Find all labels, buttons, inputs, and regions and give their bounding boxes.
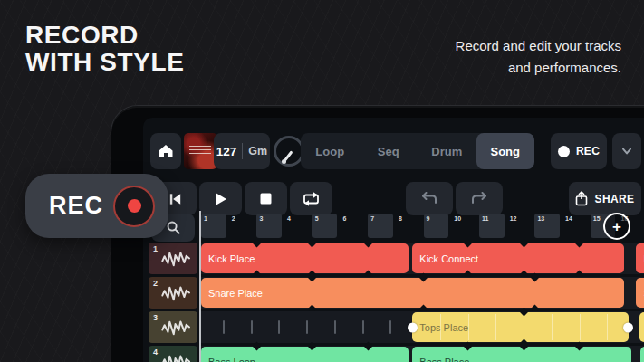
ruler-bar-number: 14 <box>565 215 572 222</box>
tab-drum[interactable]: Drum <box>418 133 476 169</box>
rec-callout-label: REC <box>49 192 103 220</box>
track-number: 1 <box>153 244 158 253</box>
ruler-bar-number: 8 <box>399 215 402 222</box>
ruler-bar[interactable]: 7 <box>368 214 393 238</box>
ruler-bar-number: 4 <box>287 215 291 222</box>
clip[interactable]: Bass Place <box>412 347 631 362</box>
ruler-bar-number: 1 <box>204 215 207 222</box>
clip[interactable]: Kick Place <box>201 243 409 273</box>
ruler-bar[interactable]: 9 <box>424 214 449 238</box>
redo-icon <box>470 192 488 205</box>
hero-title-line2: WITH STYLE <box>25 49 185 76</box>
clip-label: Bass Loop <box>208 357 255 362</box>
ruler-bar-number: 11 <box>482 215 488 222</box>
track-header[interactable]: 1 <box>149 243 197 274</box>
clip-label: Kick Place <box>208 253 255 264</box>
plus-icon: + <box>612 219 621 234</box>
knob-dot-icon <box>282 159 286 164</box>
rec-callout-button[interactable]: REC <box>25 174 168 238</box>
track-row: 3Tops PlaceTops <box>143 311 644 343</box>
hero-subtitle-line1: Record and edit your tracks <box>456 35 621 57</box>
waveform-icon <box>160 248 191 269</box>
track-header[interactable]: 4 <box>149 346 197 362</box>
track-number: 3 <box>153 313 158 322</box>
ruler-bar[interactable]: 5 <box>312 214 338 238</box>
tab-seq[interactable]: Seq <box>360 133 418 169</box>
tab-loop[interactable]: Loop <box>301 133 360 169</box>
record-button-label: REC <box>576 145 600 157</box>
playhead <box>199 211 201 362</box>
clip-segment-divider <box>524 314 524 340</box>
ruler-bar-number: 9 <box>427 215 430 222</box>
ruler-bar[interactable]: 8 <box>396 214 421 238</box>
clip-label: Tops Place <box>419 322 468 333</box>
app-screen: 127 Gm LoopSeqDrumSong REC <box>143 118 644 362</box>
track-number: 2 <box>153 279 158 288</box>
hero-subtitle-line2: and performances. <box>456 57 621 79</box>
tracks: 1Kick PlaceKick ConnectKick Place2Snare … <box>143 243 644 362</box>
clip[interactable]: Bass Loop <box>201 347 409 362</box>
ruler-bar-number: 15 <box>593 215 601 222</box>
ruler-bar-number: 7 <box>370 215 374 222</box>
clip-label: Bass Place <box>419 357 469 362</box>
hero-title: RECORD WITH STYLE <box>25 22 185 76</box>
clip[interactable]: Kick Place <box>636 243 644 273</box>
bar-tick <box>306 320 308 334</box>
ruler-bar[interactable]: 11 <box>479 214 505 238</box>
clip[interactable]: Snare Place <box>201 278 624 308</box>
clip-segment-divider <box>607 314 608 340</box>
bar-tick <box>251 320 253 334</box>
clip[interactable]: Tops Place <box>412 312 629 342</box>
ruler-bar[interactable]: 14 <box>562 214 588 238</box>
record-button[interactable]: REC <box>551 133 607 169</box>
ruler-bar[interactable]: 3 <box>256 214 282 238</box>
play-icon <box>214 192 227 206</box>
loop-icon <box>303 192 320 206</box>
bar-tick <box>389 320 391 334</box>
home-icon <box>158 144 174 158</box>
ruler-bar[interactable]: 2 <box>229 214 255 238</box>
clip-segment-divider <box>552 314 553 340</box>
ruler-bar[interactable]: 13 <box>534 214 560 238</box>
ruler-track[interactable]: 1234567891011121314151617 <box>143 211 644 241</box>
track-row: 4Bass LoopBass PlaceBass <box>143 346 644 362</box>
record-dot-icon <box>113 186 155 227</box>
bar-tick <box>223 320 225 334</box>
tab-song[interactable]: Song <box>476 133 535 169</box>
clip-resize-handle-left[interactable] <box>408 322 418 332</box>
home-button[interactable] <box>150 133 181 169</box>
waveform-icon <box>160 317 191 338</box>
clip[interactable]: Bass <box>640 347 644 362</box>
bar-tick <box>362 320 364 334</box>
clip-resize-handle-right[interactable] <box>623 322 633 332</box>
ruler-bar-number: 12 <box>510 215 517 222</box>
track-row: 1Kick PlaceKick ConnectKick Place <box>143 243 644 274</box>
clip[interactable]: Kick Connect <box>412 243 624 273</box>
key-value: Gm <box>248 145 267 157</box>
project-thumbnail[interactable] <box>184 133 217 169</box>
track-row: 2Snare PlaceSnare <box>143 277 644 309</box>
share-icon <box>575 191 588 206</box>
ruler-bar[interactable]: 6 <box>341 214 366 238</box>
ruler-bar[interactable]: 10 <box>451 214 476 238</box>
ruler-bar-number: 2 <box>232 215 235 222</box>
clip-segment-divider <box>440 314 441 340</box>
clip[interactable]: Tops <box>639 312 644 342</box>
mix-knob[interactable] <box>274 136 304 167</box>
track-header[interactable]: 3 <box>149 311 197 343</box>
clip-segment-divider <box>495 314 496 340</box>
record-circle-icon <box>558 146 570 157</box>
track-header[interactable]: 2 <box>149 277 197 309</box>
collapse-panel-button[interactable] <box>612 133 641 169</box>
ruler-bar-number: 6 <box>343 215 347 222</box>
ruler-bar[interactable]: 12 <box>507 214 533 238</box>
clip[interactable]: Snare <box>636 278 644 308</box>
ruler-bar[interactable]: 1 <box>201 214 226 238</box>
share-button-label: SHARE <box>594 193 634 205</box>
timeline-zoom-button[interactable]: + <box>603 213 630 240</box>
ruler-bar[interactable]: 4 <box>284 214 310 238</box>
waveform-icon <box>160 282 191 303</box>
tempo-key-display[interactable]: 127 Gm <box>214 133 270 169</box>
hero-subtitle: Record and edit your tracks and performa… <box>456 35 621 79</box>
clip-label: Snare Place <box>208 288 263 299</box>
